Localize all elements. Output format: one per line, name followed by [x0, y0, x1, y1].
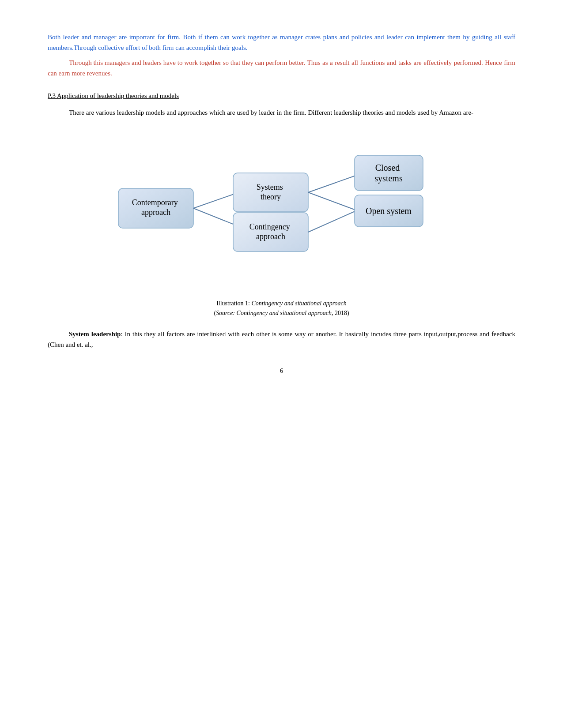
- page: Both leader and manager are important fo…: [0, 0, 563, 728]
- caption-line1: Illustration 1: Contingency and situatio…: [48, 299, 515, 308]
- paragraph-4: System leadership: In this they all fact…: [48, 329, 515, 350]
- caption-line2: (Source: Contingency and situational app…: [48, 308, 515, 318]
- arrow-to-systems: [193, 193, 238, 208]
- arrow-systems-to-closed: [308, 175, 357, 192]
- section-heading: P.3 Application of leadership theories a…: [48, 91, 515, 101]
- diagram-svg: Contemporary approach Systems theory Con…: [110, 140, 454, 281]
- arrow-contingency-to-open: [308, 210, 357, 232]
- paragraph-2-indent: Through this managers and leaders have t…: [69, 57, 305, 68]
- svg-text:Closed
        systems: Closed systems: [374, 163, 403, 184]
- arrow-to-contingency: [193, 208, 238, 226]
- page-number: 6: [48, 368, 515, 375]
- paragraph-2: Through this managers and leaders have t…: [48, 57, 515, 79]
- caption: Illustration 1: Contingency and situatio…: [48, 299, 515, 319]
- paragraph-3: There are various leadership models and …: [48, 107, 515, 118]
- svg-text:Open system: Open system: [366, 206, 412, 216]
- diagram-container: Contemporary approach Systems theory Con…: [48, 135, 515, 285]
- arrow-systems-to-open: [308, 192, 357, 210]
- closed-systems-box: [355, 155, 423, 191]
- paragraph-3-indent: There are various leadership models and …: [69, 107, 306, 118]
- paragraph-1: Both leader and manager are important fo…: [48, 32, 515, 53]
